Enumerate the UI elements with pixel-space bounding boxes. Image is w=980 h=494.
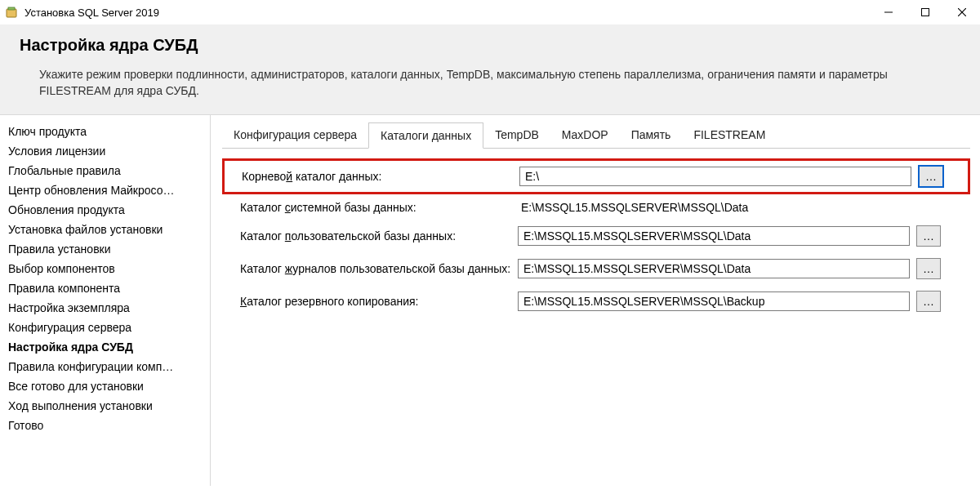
- svg-rect-1: [8, 7, 15, 10]
- row-root-data-dir: Корневой каталог данных: …: [224, 160, 969, 193]
- svg-rect-0: [7, 9, 16, 17]
- app-icon: [5, 6, 18, 19]
- browse-user-log-dir-button[interactable]: …: [916, 258, 941, 279]
- label-user-log-dir: Каталог журналов пользовательской базы д…: [224, 262, 518, 275]
- content-area: Ключ продуктаУсловия лицензииГлобальные …: [0, 115, 980, 486]
- tab[interactable]: MaxDOP: [550, 122, 620, 149]
- window-titlebar: Установка SQL Server 2019: [0, 0, 980, 24]
- value-system-db-dir: E:\MSSQL15.MSSQLSERVER\MSSQL\Data: [518, 201, 748, 214]
- row-backup-dir: Каталог резервного копирования: …: [224, 291, 969, 312]
- sidebar-step[interactable]: Ход выполнения установки: [0, 396, 210, 416]
- sidebar-step[interactable]: Условия лицензии: [0, 141, 210, 161]
- svg-rect-3: [921, 9, 929, 16]
- wizard-steps-sidebar: Ключ продуктаУсловия лицензииГлобальные …: [0, 115, 211, 486]
- label-system-db-dir: Каталог системной базы данных:: [224, 201, 518, 214]
- row-user-log-dir: Каталог журналов пользовательской базы д…: [224, 258, 969, 279]
- tab[interactable]: Конфигурация сервера: [222, 122, 368, 149]
- tab[interactable]: FILESTREAM: [682, 122, 777, 149]
- main-panel: Конфигурация сервераКаталоги данныхTempD…: [211, 115, 980, 486]
- page-subtitle: Укажите режим проверки подлинности, адми…: [39, 66, 938, 100]
- sidebar-step[interactable]: Выбор компонентов: [0, 259, 210, 278]
- tab-strip: Конфигурация сервераКаталоги данныхTempD…: [222, 122, 970, 149]
- input-backup-dir[interactable]: [518, 292, 910, 311]
- input-root-data-dir[interactable]: [519, 167, 911, 186]
- sidebar-step[interactable]: Правила установки: [0, 239, 210, 259]
- sidebar-step[interactable]: Установка файлов установки: [0, 220, 210, 239]
- window-title: Установка SQL Server 2019: [24, 7, 870, 19]
- sidebar-step[interactable]: Настройка экземпляра: [0, 298, 210, 318]
- data-directories-form: Корневой каталог данных: … Каталог систе…: [222, 149, 970, 312]
- sidebar-step[interactable]: Правила конфигурации комп…: [0, 357, 210, 376]
- sidebar-step[interactable]: Настройка ядра СУБД: [0, 337, 210, 357]
- input-user-db-dir[interactable]: [518, 226, 910, 246]
- label-root-data-dir: Корневой каталог данных:: [225, 170, 519, 183]
- sidebar-step[interactable]: Ключ продукта: [0, 122, 210, 141]
- page-title: Настройка ядра СУБД: [20, 36, 960, 55]
- window-buttons: [870, 0, 980, 24]
- sidebar-step[interactable]: Конфигурация сервера: [0, 318, 210, 337]
- row-user-db-dir: Каталог пользовательской базы данных: …: [224, 225, 969, 247]
- input-user-log-dir[interactable]: [518, 259, 910, 278]
- browse-backup-dir-button[interactable]: …: [916, 291, 941, 312]
- sidebar-step[interactable]: Все готово для установки: [0, 376, 210, 396]
- maximize-button[interactable]: [906, 0, 943, 24]
- close-button[interactable]: [943, 0, 980, 24]
- minimize-button[interactable]: [870, 0, 906, 24]
- tab[interactable]: TempDB: [483, 122, 550, 149]
- sidebar-step[interactable]: Готово: [0, 416, 210, 435]
- label-user-db-dir: Каталог пользовательской базы данных:: [224, 229, 518, 243]
- row-system-db-dir: Каталог системной базы данных: E:\MSSQL1…: [224, 201, 969, 214]
- sidebar-step[interactable]: Правила компонента: [0, 278, 210, 298]
- tab[interactable]: Каталоги данных: [368, 122, 483, 149]
- tab[interactable]: Память: [620, 122, 683, 149]
- sidebar-step[interactable]: Глобальные правила: [0, 161, 210, 180]
- browse-root-data-dir-button[interactable]: …: [918, 165, 944, 188]
- label-backup-dir: Каталог резервного копирования:: [224, 295, 518, 308]
- page-header: Настройка ядра СУБД Укажите режим провер…: [0, 24, 980, 115]
- sidebar-step[interactable]: Центр обновления Майкросо…: [0, 180, 210, 200]
- browse-user-db-dir-button[interactable]: …: [916, 225, 941, 247]
- sidebar-step[interactable]: Обновления продукта: [0, 200, 210, 220]
